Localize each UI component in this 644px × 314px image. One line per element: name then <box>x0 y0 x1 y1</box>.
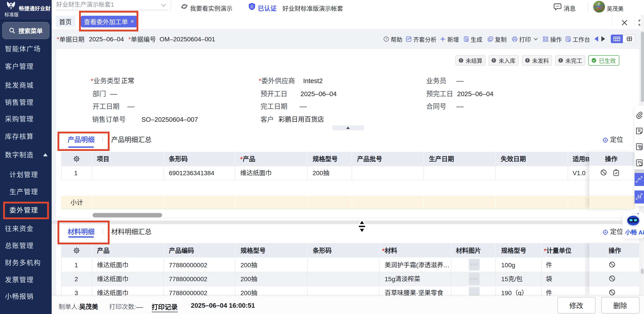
svg-text:材: 材 <box>638 195 642 200</box>
svg-text:?: ? <box>385 38 387 41</box>
svg-text:草: 草 <box>637 128 641 132</box>
svg-text:产: 产 <box>638 178 642 182</box>
svg-text:企: 企 <box>250 4 254 9</box>
